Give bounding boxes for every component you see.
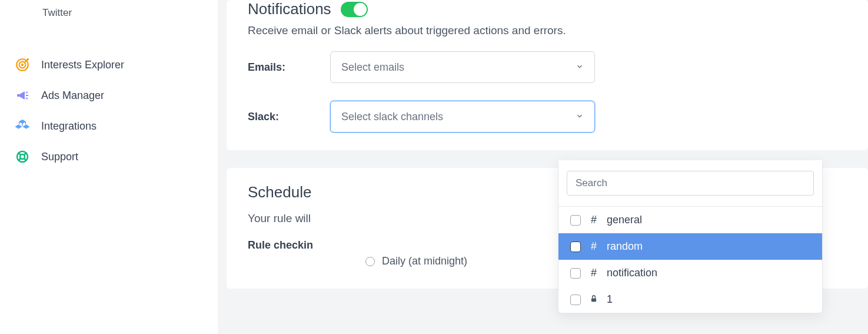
slack-option-label: 1 — [607, 293, 613, 306]
sidebar: Twitter Interests Explorer Ads Manager — [0, 0, 218, 334]
checkbox-icon — [570, 295, 581, 305]
megaphone-icon — [14, 87, 31, 104]
notifications-toggle[interactable] — [341, 2, 368, 17]
sidebar-item-label: Support — [41, 151, 78, 163]
sidebar-item-interests[interactable]: Interests Explorer — [0, 49, 218, 80]
sidebar-item-label: Interests Explorer — [41, 59, 124, 71]
slack-option-notification[interactable]: # notification — [558, 260, 822, 286]
hash-icon: # — [589, 214, 598, 226]
checkbox-icon — [570, 242, 581, 252]
radio-label: Daily (at midnight) — [382, 255, 467, 267]
checkbox-icon — [570, 215, 581, 226]
slack-option-label: notification — [607, 267, 657, 279]
slack-option-general[interactable]: # general — [558, 207, 822, 233]
slack-label: Slack: — [248, 111, 330, 123]
svg-rect-5 — [591, 298, 596, 302]
slack-option-label: random — [607, 240, 643, 253]
hash-icon: # — [589, 240, 598, 253]
lifebuoy-icon — [14, 148, 31, 165]
slack-search-input[interactable] — [567, 171, 814, 196]
slack-option-label: general — [607, 214, 642, 226]
slack-placeholder: Select slack channels — [341, 111, 443, 123]
lock-icon — [589, 293, 598, 306]
slack-option-private-1[interactable]: 1 — [558, 286, 822, 313]
rule-checking-label: Rule checkin — [248, 239, 330, 252]
notifications-title: Notifications — [248, 0, 331, 18]
notifications-card: Notifications Receive email or Slack ale… — [227, 0, 868, 150]
chevron-down-icon — [576, 111, 584, 123]
sidebar-item-ads[interactable]: Ads Manager — [0, 80, 218, 111]
emails-select[interactable]: Select emails — [330, 51, 595, 83]
main-content: Notifications Receive email or Slack ale… — [218, 0, 868, 334]
slack-channels-dropdown: # general # random # notification 1 — [558, 160, 823, 313]
sidebar-item-label: Integrations — [41, 120, 97, 133]
svg-point-4 — [20, 154, 25, 159]
emails-label: Emails: — [248, 61, 330, 74]
chevron-down-icon — [576, 61, 584, 74]
radio-icon — [365, 257, 375, 266]
cubes-icon — [14, 118, 31, 134]
slack-option-random[interactable]: # random — [558, 233, 822, 260]
slack-select[interactable]: Select slack channels — [330, 101, 595, 133]
target-icon — [14, 57, 31, 73]
emails-placeholder: Select emails — [341, 61, 404, 74]
sidebar-item-label: Twitter — [42, 7, 72, 19]
notifications-description: Receive email or Slack alerts about trig… — [248, 24, 847, 37]
hash-icon: # — [589, 267, 598, 279]
sidebar-item-support[interactable]: Support — [0, 141, 218, 172]
checkbox-icon — [570, 268, 581, 279]
sidebar-item-integrations[interactable]: Integrations — [0, 111, 218, 141]
sidebar-item-twitter[interactable]: Twitter — [0, 0, 218, 26]
sidebar-item-label: Ads Manager — [41, 90, 104, 102]
svg-point-2 — [22, 64, 23, 65]
